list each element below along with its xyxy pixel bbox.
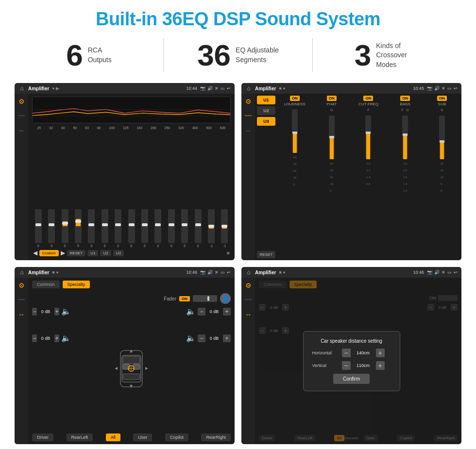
eq-reset-btn[interactable]: RESET bbox=[67, 250, 86, 256]
fader-rr-minus[interactable]: − bbox=[198, 334, 205, 342]
crossover-reset[interactable]: RESET bbox=[257, 251, 275, 258]
fader-tab-common[interactable]: Common bbox=[32, 281, 60, 288]
stat-number-rca: 6 bbox=[66, 40, 83, 70]
channel-sub-slider[interactable] bbox=[439, 116, 445, 159]
home-icon-3[interactable]: ⌂ bbox=[18, 269, 25, 276]
status-icons-1: 📷 🔊 ✕ ▭ ↩ bbox=[200, 86, 231, 91]
distance-vertical-value: 110cm bbox=[354, 363, 373, 368]
fader-driver-btn[interactable]: Driver bbox=[32, 433, 53, 441]
distance-icon-2[interactable]: 〰 bbox=[245, 296, 252, 304]
distance-screen-content: ⚙ 〰 ↔ Common Specialty ON bbox=[241, 278, 461, 444]
fader-all-btn[interactable]: All bbox=[106, 433, 120, 441]
fader-slider-bar[interactable] bbox=[193, 295, 217, 302]
eq-screen-content: ⚙ 〰 ↔ 2532 bbox=[15, 94, 235, 260]
home-icon-4[interactable]: ⌂ bbox=[245, 269, 252, 276]
distance-icon-1[interactable]: ⚙ bbox=[245, 282, 252, 289]
screen-distance: ⌂ Amplifier ■ ● 10:46 📷 🔊 ✕ ▭ ↩ ⚙ 〰 ↔ bbox=[241, 267, 461, 444]
stat-text-rca: RCA Outputs bbox=[88, 46, 112, 65]
eq-icon-3[interactable]: ↔ bbox=[18, 127, 25, 134]
distance-icon-3[interactable]: ↔ bbox=[245, 311, 252, 318]
fader-tab-specialty[interactable]: Specialty bbox=[63, 281, 90, 288]
eq-u1-btn[interactable]: U1 bbox=[87, 250, 98, 256]
eq-slider-3: 5 bbox=[72, 209, 84, 248]
time-4: 10:46 bbox=[413, 270, 424, 275]
channel-bass-on: ON bbox=[400, 96, 410, 101]
fader-fr-minus[interactable]: − bbox=[198, 308, 205, 316]
fader-icon-3[interactable]: ↔ bbox=[18, 311, 25, 318]
eq-slider-4: 0 bbox=[85, 209, 98, 248]
distance-horizontal-minus[interactable]: − bbox=[342, 349, 351, 357]
status-icons-2: 📷 🔊 ✕ ▭ ↩ bbox=[427, 86, 458, 91]
fader-rearleft-btn[interactable]: RearLeft bbox=[67, 433, 93, 441]
distance-horizontal-plus[interactable]: + bbox=[376, 349, 385, 357]
fader-fr-row: 🔈 − 0 dB + bbox=[186, 307, 231, 316]
crossover-icon-1[interactable]: ⚙ bbox=[245, 98, 252, 105]
fader-fl-row: − 0 dB + 🔈 bbox=[32, 307, 71, 316]
crossover-icon-2[interactable]: 〰 bbox=[245, 112, 252, 120]
distance-vertical-plus[interactable]: + bbox=[376, 361, 385, 370]
screen-fader: ⌂ Amplifier ■ ● 10:46 📷 🔊 ✕ ▭ ↩ ⚙ 〰 ↔ bbox=[15, 267, 235, 444]
distance-vertical-minus[interactable]: − bbox=[342, 361, 351, 370]
crossover-u3[interactable]: U3 bbox=[257, 117, 275, 126]
profile-icon[interactable]: 👤 bbox=[220, 293, 231, 304]
eq-icon-1[interactable]: ⚙ bbox=[18, 98, 25, 105]
distance-dialog: Car speaker distance setting Horizontal … bbox=[303, 331, 400, 391]
fader-fl-minus[interactable]: − bbox=[32, 308, 37, 316]
speaker-fl-icon: 🔈 bbox=[61, 307, 71, 316]
eq-slider-11: 0 bbox=[178, 209, 190, 248]
stat-eq: 36 EQ Adjustable Segments bbox=[164, 40, 312, 70]
eq-more[interactable]: » bbox=[226, 249, 230, 256]
fader-rl-plus[interactable]: + bbox=[54, 334, 59, 342]
app-title-4: Amplifier bbox=[255, 270, 276, 275]
eq-slider-5: 0 bbox=[99, 209, 111, 248]
fader-rearright-btn[interactable]: RearRight bbox=[201, 433, 231, 441]
eq-icon-2[interactable]: 〰 bbox=[18, 112, 25, 120]
distance-horizontal-value: 140cm bbox=[354, 350, 373, 355]
crossover-u2[interactable]: U2 bbox=[257, 106, 275, 115]
eq-sidebar: ⚙ 〰 ↔ bbox=[15, 94, 28, 260]
confirm-button[interactable]: Confirm bbox=[333, 374, 370, 384]
crossover-u1[interactable]: U1 bbox=[257, 96, 275, 104]
eq-u2-btn[interactable]: U2 bbox=[100, 250, 111, 256]
eq-slider-1: 0 bbox=[45, 209, 57, 248]
channel-cutfreq: ON CUT FREQ F 3.0 2.1 1.3 0.5 bbox=[351, 96, 386, 258]
fader-main: Common Specialty Fader ON 👤 bbox=[28, 278, 235, 444]
fader-icon-1[interactable]: ⚙ bbox=[18, 282, 25, 289]
fader-sidebar: ⚙ 〰 ↔ bbox=[15, 278, 28, 444]
distance-horizontal-label: Horizontal bbox=[312, 350, 339, 355]
crossover-channels: ON LOUDNESS 64 48 32 16 0 bbox=[277, 96, 459, 258]
fader-fr-plus[interactable]: + bbox=[223, 308, 231, 316]
eq-slider-13: -1 bbox=[205, 209, 217, 248]
eq-prev[interactable]: ◀ bbox=[33, 249, 37, 256]
fader-fl-plus[interactable]: + bbox=[54, 308, 59, 316]
fader-user-btn[interactable]: User bbox=[133, 433, 152, 441]
home-icon-2[interactable]: ⌂ bbox=[245, 85, 252, 92]
fader-controls-left: − 0 dB + 🔈 − 0 dB + 🔈 bbox=[32, 307, 71, 431]
eq-next[interactable]: ▶ bbox=[61, 249, 65, 256]
fader-fl-value: 0 dB bbox=[39, 309, 52, 314]
fader-tabs: Common Specialty bbox=[32, 281, 231, 288]
fader-fr-value: 0 dB bbox=[207, 309, 221, 314]
fader-rr-plus[interactable]: + bbox=[223, 334, 231, 342]
channel-phat-label: PHAT bbox=[326, 102, 337, 106]
channel-phat-slider[interactable] bbox=[329, 116, 335, 159]
eq-u3-btn[interactable]: U3 bbox=[113, 250, 124, 256]
app-title-3: Amplifier bbox=[28, 270, 49, 275]
eq-bottom-bar: ◀ Custom ▶ RESET U1 U2 U3 » bbox=[32, 248, 231, 257]
eq-custom-btn[interactable]: Custom bbox=[39, 250, 59, 256]
fader-rl-minus[interactable]: − bbox=[32, 334, 37, 342]
crossover-icon-3[interactable]: ↔ bbox=[245, 127, 252, 134]
svg-marker-11 bbox=[130, 349, 133, 352]
channel-cutfreq-label: CUT FREQ bbox=[358, 102, 378, 106]
channel-sub-on: ON bbox=[437, 96, 447, 101]
time-3: 10:46 bbox=[186, 270, 197, 275]
channel-loudness-slider[interactable] bbox=[292, 109, 298, 153]
channel-cutfreq-slider[interactable] bbox=[365, 116, 371, 159]
channel-bass-slider[interactable] bbox=[402, 116, 408, 159]
eq-slider-10: 0 bbox=[165, 209, 177, 248]
fader-copilot-btn[interactable]: Copilot bbox=[165, 433, 188, 441]
fader-icon-2[interactable]: 〰 bbox=[18, 296, 25, 304]
fader-rl-row: − 0 dB + 🔈 bbox=[32, 333, 71, 343]
channel-phat-on: ON bbox=[327, 96, 337, 101]
home-icon-1[interactable]: ⌂ bbox=[18, 85, 25, 92]
